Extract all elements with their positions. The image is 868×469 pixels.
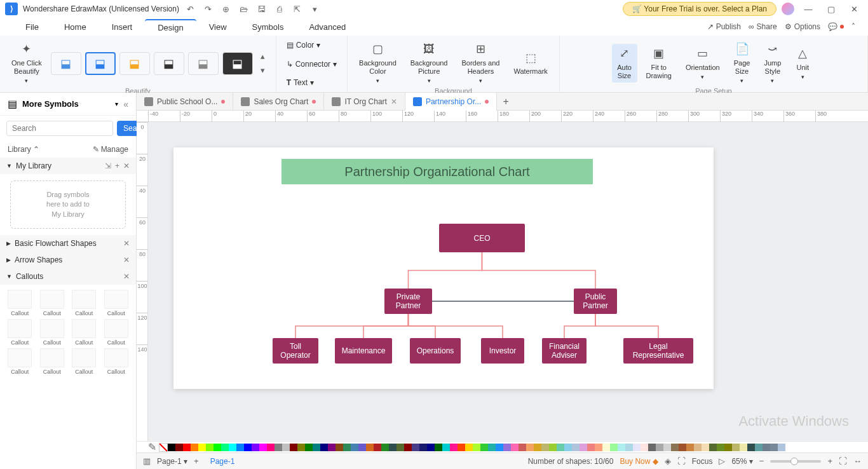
export-button[interactable]: ⇱ [291,3,304,15]
color-swatch[interactable] [694,444,702,451]
page-list-button[interactable]: ▥ [143,456,151,466]
color-swatch[interactable] [397,444,404,451]
library-link[interactable]: Library ⌃ [8,145,39,154]
color-swatch[interactable] [572,444,580,451]
color-swatch[interactable] [366,444,374,451]
add-button[interactable]: + [115,161,119,170]
buy-now-link[interactable]: Buy Now ◆ [620,457,658,466]
color-swatch[interactable] [740,444,747,451]
color-swatch[interactable] [259,444,267,451]
close-section-button[interactable]: ✕ [123,272,130,281]
zoom-label[interactable]: 65% ▾ [731,457,752,466]
share-button[interactable]: ∞Share [749,22,777,31]
callout-shape[interactable]: Callout [37,290,67,316]
doctab[interactable]: Partnership Or... [405,93,497,111]
color-swatch[interactable] [282,444,290,451]
color-swatch[interactable] [214,444,221,451]
doctab[interactable]: IT Org Chart✕ [324,93,405,111]
color-swatch[interactable] [465,444,473,451]
color-swatch[interactable] [336,444,343,451]
add-tab-button[interactable]: + [497,96,515,107]
close-button[interactable]: ✕ [845,0,863,18]
color-menu[interactable]: ▤Color ▾ [283,39,325,51]
zoom-in-button[interactable]: + [827,456,832,466]
add-page-button[interactable]: + [194,456,199,466]
color-swatch[interactable] [511,444,519,451]
trial-banner[interactable]: 🛒 Your Free Trial is over. Select a Plan [623,2,776,16]
color-swatch[interactable] [252,444,259,451]
org-node-pub[interactable]: Public Partner [574,289,617,314]
theme-swatch-6[interactable]: ⬓ [222,52,253,75]
theme-next-button[interactable]: ▾ [257,64,269,77]
color-swatch[interactable] [519,444,526,451]
org-node-ops[interactable]: Operations [410,338,461,364]
callout-shape[interactable]: Callout [5,290,35,316]
theme-swatch-2[interactable]: ⬓ [85,52,116,75]
theme-prev-button[interactable]: ▴ [257,50,269,63]
color-swatch[interactable] [458,444,465,451]
color-swatch[interactable] [442,444,450,451]
dropzone[interactable]: Drag symbols here to add to My Library [10,180,126,229]
callout-shape[interactable]: Callout [37,348,67,375]
color-swatch[interactable] [747,444,755,451]
color-swatch[interactable] [587,444,595,451]
page-selector[interactable]: Page-1 ▾ [157,457,187,466]
color-swatch[interactable] [564,444,572,451]
collapse-ribbon-button[interactable]: ˄ [851,22,855,31]
watermark-button[interactable]: ⬚Watermark [508,48,552,78]
color-swatch[interactable] [656,444,663,451]
color-swatch[interactable] [313,444,320,451]
open-button[interactable]: 🗁 [238,3,250,15]
color-swatch[interactable] [755,444,763,451]
color-swatch[interactable] [389,444,397,451]
color-swatch[interactable] [450,444,458,451]
eyedropper-icon[interactable]: ✎ [148,441,156,453]
bg-picture-button[interactable]: 🖼Background Picture▾ [405,39,453,87]
color-swatch[interactable] [358,444,366,451]
minimize-button[interactable]: — [799,0,817,18]
theme-swatch-4[interactable]: ⬓ [154,52,184,75]
color-swatch[interactable] [503,444,511,451]
close-tab-button[interactable]: ✕ [391,97,397,106]
menu-home[interactable]: Home [51,20,99,34]
color-swatch[interactable] [709,444,717,451]
page-size-button[interactable]: 📄Page Size▾ [729,39,756,87]
bg-color-button[interactable]: ▢Background Color▾ [354,39,402,87]
close-section-button[interactable]: ✕ [123,239,130,248]
color-swatch[interactable] [297,444,305,451]
page-tab[interactable]: Page-1 [205,457,240,466]
fit-drawing-button[interactable]: ▣Fit to Drawing [641,44,677,83]
callout-shape[interactable]: Callout [102,290,132,316]
publish-button[interactable]: ↗Publish [707,22,741,31]
undo-button[interactable]: ↶ [184,3,197,15]
menu-view[interactable]: View [196,20,240,34]
orientation-button[interactable]: ▭Orientation▾ [681,44,725,83]
menu-advanced[interactable]: Advanced [296,20,358,34]
color-swatch[interactable] [351,444,358,451]
color-swatch[interactable] [625,444,633,451]
color-swatch[interactable] [549,444,557,451]
color-swatch[interactable] [427,444,435,451]
color-swatch[interactable] [541,444,549,451]
options-button[interactable]: ⚙Options [785,22,820,31]
color-swatch[interactable] [191,444,198,451]
callout-shape[interactable]: Callout [37,319,67,346]
color-swatch[interactable] [183,444,191,451]
color-swatch[interactable] [671,444,679,451]
color-swatch[interactable] [641,444,648,451]
org-node-toll[interactable]: Toll Operator [273,338,318,364]
color-swatch[interactable] [633,444,641,451]
user-avatar[interactable] [782,3,794,15]
color-swatch[interactable] [305,444,313,451]
color-swatch[interactable] [221,444,229,451]
menu-symbols[interactable]: Symbols [240,20,297,34]
new-button[interactable]: ⊕ [220,3,233,15]
color-swatch[interactable] [648,444,656,451]
org-node-ceo[interactable]: CEO [439,224,525,252]
color-swatch[interactable] [175,444,183,451]
color-swatch[interactable] [236,444,244,451]
qat-more-button[interactable]: ▾ [309,3,322,15]
zoom-thumb[interactable] [790,458,798,465]
theme-swatch-3[interactable]: ⬓ [119,52,150,75]
color-swatch[interactable] [778,444,785,451]
